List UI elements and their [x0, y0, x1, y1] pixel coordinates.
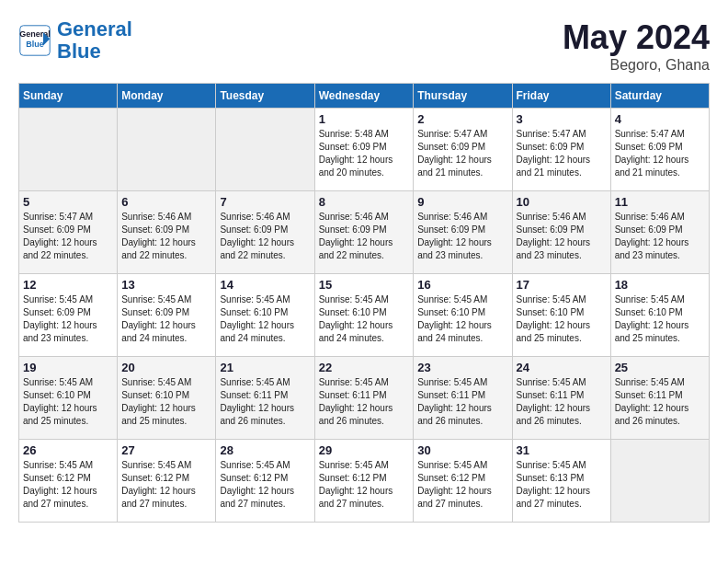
- sunset-text: Sunset: 6:10 PM: [417, 307, 485, 317]
- cell-sun-info: Sunrise: 5:46 AMSunset: 6:09 PMDaylight:…: [517, 211, 607, 262]
- svg-text:Blue: Blue: [26, 40, 44, 49]
- sunset-text: Sunset: 6:09 PM: [615, 224, 683, 235]
- weekday-header: Wednesday: [314, 84, 414, 109]
- sunset-text: Sunset: 6:11 PM: [220, 390, 288, 400]
- calendar-week-row: 19Sunrise: 5:45 AMSunset: 6:10 PMDayligh…: [19, 357, 710, 440]
- daylight-text: Daylight: 12 hours and 22 minutes.: [220, 237, 294, 260]
- daylight-text: Daylight: 12 hours and 20 minutes.: [319, 155, 393, 178]
- cell-date-number: 11: [615, 195, 705, 209]
- daylight-text: Daylight: 12 hours and 24 minutes.: [121, 320, 196, 343]
- cell-date-number: 6: [121, 195, 211, 209]
- sunset-text: Sunset: 6:09 PM: [121, 224, 189, 235]
- cell-date-number: 17: [517, 278, 607, 292]
- calendar-cell: [610, 440, 709, 523]
- cell-sun-info: Sunrise: 5:45 AMSunset: 6:12 PMDaylight:…: [220, 459, 310, 511]
- daylight-text: Daylight: 12 hours and 25 minutes.: [615, 320, 689, 343]
- sunset-text: Sunset: 6:12 PM: [23, 473, 91, 483]
- sunset-text: Sunset: 6:09 PM: [23, 224, 91, 235]
- sunset-text: Sunset: 6:10 PM: [121, 390, 189, 400]
- daylight-text: Daylight: 12 hours and 24 minutes.: [220, 320, 294, 343]
- sunset-text: Sunset: 6:09 PM: [615, 142, 683, 152]
- cell-date-number: 12: [23, 278, 113, 292]
- cell-date-number: 1: [319, 112, 410, 126]
- sunset-text: Sunset: 6:10 PM: [319, 307, 387, 317]
- sunrise-text: Sunrise: 5:45 AM: [319, 460, 389, 470]
- calendar-cell: 31Sunrise: 5:45 AMSunset: 6:13 PMDayligh…: [512, 440, 610, 523]
- calendar-week-row: 26Sunrise: 5:45 AMSunset: 6:12 PMDayligh…: [19, 440, 710, 523]
- daylight-text: Daylight: 12 hours and 21 minutes.: [615, 155, 689, 178]
- sunset-text: Sunset: 6:09 PM: [417, 142, 485, 152]
- sunset-text: Sunset: 6:12 PM: [319, 473, 387, 483]
- calendar-cell: 16Sunrise: 5:45 AMSunset: 6:10 PMDayligh…: [414, 274, 512, 357]
- cell-sun-info: Sunrise: 5:47 AMSunset: 6:09 PMDaylight:…: [517, 128, 607, 179]
- calendar-cell: 17Sunrise: 5:45 AMSunset: 6:10 PMDayligh…: [512, 274, 610, 357]
- calendar-cell: 11Sunrise: 5:46 AMSunset: 6:09 PMDayligh…: [610, 191, 709, 274]
- cell-date-number: 27: [121, 443, 211, 457]
- calendar-cell: [19, 109, 118, 191]
- logo-text: General Blue: [57, 18, 132, 63]
- daylight-text: Daylight: 12 hours and 26 minutes.: [615, 403, 689, 426]
- cell-sun-info: Sunrise: 5:45 AMSunset: 6:12 PMDaylight:…: [121, 459, 211, 511]
- sunrise-text: Sunrise: 5:45 AM: [517, 377, 586, 387]
- cell-sun-info: Sunrise: 5:45 AMSunset: 6:10 PMDaylight:…: [121, 376, 211, 428]
- daylight-text: Daylight: 12 hours and 27 minutes.: [220, 486, 294, 509]
- sunset-text: Sunset: 6:13 PM: [517, 473, 585, 483]
- calendar-cell: 18Sunrise: 5:45 AMSunset: 6:10 PMDayligh…: [610, 274, 709, 357]
- calendar-cell: 25Sunrise: 5:45 AMSunset: 6:11 PMDayligh…: [610, 357, 709, 440]
- cell-date-number: 23: [417, 361, 507, 374]
- calendar-cell: 9Sunrise: 5:46 AMSunset: 6:09 PMDaylight…: [414, 191, 512, 274]
- sunrise-text: Sunrise: 5:46 AM: [319, 212, 389, 222]
- sunset-text: Sunset: 6:09 PM: [121, 307, 189, 317]
- daylight-text: Daylight: 12 hours and 27 minutes.: [417, 486, 492, 509]
- cell-date-number: 9: [417, 195, 507, 209]
- cell-date-number: 29: [319, 443, 410, 457]
- cell-date-number: 15: [319, 278, 410, 292]
- daylight-text: Daylight: 12 hours and 25 minutes.: [23, 403, 97, 426]
- calendar-cell: 2Sunrise: 5:47 AMSunset: 6:09 PMDaylight…: [414, 109, 512, 191]
- location: Begoro, Ghana: [563, 57, 710, 74]
- sunrise-text: Sunrise: 5:45 AM: [220, 377, 290, 387]
- logo-blue: Blue: [57, 40, 101, 63]
- calendar-cell: 12Sunrise: 5:45 AMSunset: 6:09 PMDayligh…: [19, 274, 118, 357]
- calendar-week-row: 12Sunrise: 5:45 AMSunset: 6:09 PMDayligh…: [19, 274, 710, 357]
- sunrise-text: Sunrise: 5:46 AM: [417, 212, 487, 222]
- cell-sun-info: Sunrise: 5:45 AMSunset: 6:10 PMDaylight:…: [23, 376, 113, 428]
- calendar-cell: 24Sunrise: 5:45 AMSunset: 6:11 PMDayligh…: [512, 357, 610, 440]
- calendar-cell: [118, 109, 216, 191]
- sunrise-text: Sunrise: 5:48 AM: [319, 129, 389, 139]
- weekday-header: Thursday: [414, 84, 512, 109]
- sunrise-text: Sunrise: 5:45 AM: [23, 377, 93, 387]
- sunrise-text: Sunrise: 5:45 AM: [319, 294, 389, 304]
- calendar-cell: 28Sunrise: 5:45 AMSunset: 6:12 PMDayligh…: [216, 440, 314, 523]
- sunrise-text: Sunrise: 5:47 AM: [517, 129, 586, 139]
- sunrise-text: Sunrise: 5:45 AM: [615, 377, 685, 387]
- daylight-text: Daylight: 12 hours and 24 minutes.: [417, 320, 492, 343]
- cell-date-number: 24: [517, 361, 607, 374]
- calendar-cell: 27Sunrise: 5:45 AMSunset: 6:12 PMDayligh…: [118, 440, 216, 523]
- daylight-text: Daylight: 12 hours and 27 minutes.: [319, 486, 393, 509]
- weekday-header: Sunday: [19, 84, 118, 109]
- cell-sun-info: Sunrise: 5:45 AMSunset: 6:09 PMDaylight:…: [23, 293, 113, 345]
- cell-date-number: 19: [23, 361, 113, 374]
- sunrise-text: Sunrise: 5:45 AM: [121, 460, 191, 470]
- calendar-cell: 10Sunrise: 5:46 AMSunset: 6:09 PMDayligh…: [512, 191, 610, 274]
- calendar-week-row: 5Sunrise: 5:47 AMSunset: 6:09 PMDaylight…: [19, 191, 710, 274]
- daylight-text: Daylight: 12 hours and 25 minutes.: [121, 403, 196, 426]
- cell-sun-info: Sunrise: 5:45 AMSunset: 6:12 PMDaylight:…: [319, 459, 410, 511]
- cell-date-number: 4: [615, 112, 705, 126]
- sunset-text: Sunset: 6:12 PM: [417, 473, 485, 483]
- sunset-text: Sunset: 6:09 PM: [319, 142, 387, 152]
- sunrise-text: Sunrise: 5:47 AM: [417, 129, 487, 139]
- sunset-text: Sunset: 6:11 PM: [517, 390, 585, 400]
- sunset-text: Sunset: 6:09 PM: [517, 142, 585, 152]
- daylight-text: Daylight: 12 hours and 24 minutes.: [319, 320, 393, 343]
- cell-sun-info: Sunrise: 5:45 AMSunset: 6:11 PMDaylight:…: [319, 376, 410, 428]
- daylight-text: Daylight: 12 hours and 21 minutes.: [517, 155, 591, 178]
- sunrise-text: Sunrise: 5:45 AM: [417, 460, 487, 470]
- sunset-text: Sunset: 6:11 PM: [615, 390, 683, 400]
- daylight-text: Daylight: 12 hours and 27 minutes.: [121, 486, 196, 509]
- cell-sun-info: Sunrise: 5:45 AMSunset: 6:10 PMDaylight:…: [517, 293, 607, 345]
- calendar-cell: 26Sunrise: 5:45 AMSunset: 6:12 PMDayligh…: [19, 440, 118, 523]
- cell-date-number: 20: [121, 361, 211, 374]
- daylight-text: Daylight: 12 hours and 27 minutes.: [23, 486, 97, 509]
